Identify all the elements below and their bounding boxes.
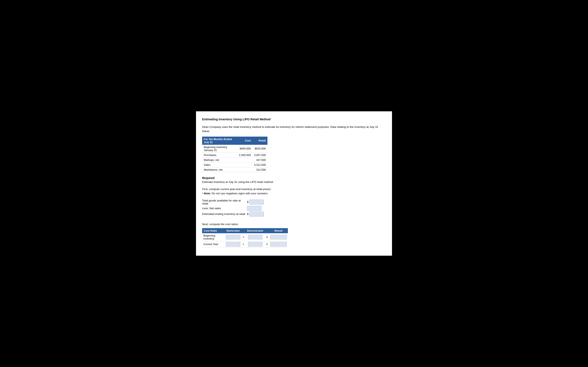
row-label: Beginning inventory, January 31: [202, 145, 237, 153]
page-container: Estimating Inventory Using LIFO Retail M…: [196, 111, 392, 256]
beginning-numerator-input[interactable]: [226, 235, 240, 239]
row-label: Markdowns, net: [202, 167, 237, 172]
row-retail: 4,312,500: [252, 162, 268, 167]
numerator-col-header: Numerator: [225, 228, 242, 233]
note-text: Do not use negatives signs with your ans…: [212, 192, 268, 195]
op2-col-header: [265, 228, 269, 233]
description: Dean Company uses the retail inventory m…: [202, 125, 386, 133]
operator-div-2: ÷: [242, 241, 245, 247]
table-row: Markdowns, net 312,500: [202, 167, 268, 172]
cost-ratio-table: Cost Ratio Numerator Denominator Result …: [202, 228, 288, 248]
next-compute-intro: Next, compute the cost ratios:: [202, 223, 386, 226]
dollar-prefix: $: [247, 200, 249, 203]
table-row: Markups, net 437,500: [202, 157, 268, 162]
table-row: Beginning inventory, January 31 $450,000…: [202, 145, 268, 153]
retail-row-net-sales: Less: Net sales: [202, 206, 386, 211]
cost-ratio-row-label: Beginning Inventory: [202, 233, 225, 241]
note-line: • Note: Do not use negatives signs with …: [202, 192, 386, 195]
currentyear-numerator-input[interactable]: [226, 242, 240, 247]
denominator-cell: [245, 241, 265, 247]
operator-div-1: ÷: [242, 233, 245, 241]
retail-row-ending-inv: Estimated ending inventory at retail $: [202, 212, 386, 217]
retail-row-total-goods: Total goods available for sale at retail…: [202, 199, 386, 205]
total-goods-input[interactable]: [250, 200, 264, 205]
table-row: Sales 4,312,500: [202, 162, 268, 167]
net-sales-input[interactable]: [247, 206, 261, 211]
page-title: Estimating Inventory Using LIFO Retail M…: [202, 117, 386, 121]
operator-eq-2: =: [265, 241, 269, 247]
row-retail: 3,937,500: [252, 152, 268, 157]
result-cell: [269, 241, 288, 247]
beginning-denominator-input[interactable]: [248, 235, 262, 239]
retail-row-label: Total goods available for sale at retail: [202, 199, 247, 205]
row-cost: [237, 167, 252, 172]
beginning-result-input[interactable]: [270, 235, 287, 239]
col-header-retail: Retail: [252, 137, 268, 145]
row-retail: 437,500: [252, 157, 268, 162]
row-cost: [237, 162, 252, 167]
row-cost: [237, 157, 252, 162]
required-text: Estimate inventory at July 31 using the …: [202, 180, 386, 184]
retail-input-cell: [247, 206, 261, 211]
retail-table: Total goods available for sale at retail…: [202, 199, 386, 217]
numerator-cell: [225, 233, 242, 241]
op1-col-header: [242, 228, 245, 233]
currentyear-result-input[interactable]: [270, 242, 287, 247]
dollar-prefix: $: [247, 212, 249, 216]
col-header-cost: Cost: [237, 137, 252, 145]
cost-ratio-row-beginning: Beginning Inventory ÷ =: [202, 233, 288, 241]
ending-inv-input[interactable]: [250, 212, 264, 217]
cost-ratio-row-current-year: Current Year ÷ =: [202, 241, 288, 247]
result-cell: [269, 233, 288, 241]
table-row: Purchases 2,550,000 3,937,500: [202, 152, 268, 157]
required-label: Required: [202, 176, 386, 180]
retail-row-label: Estimated ending inventory at retail: [202, 212, 247, 216]
row-label: Markups, net: [202, 157, 237, 162]
first-compute-intro: First, compute current year-end inventor…: [202, 188, 386, 191]
retail-input-cell: $: [247, 212, 264, 217]
retail-row-label: Less: Net sales: [202, 207, 247, 210]
row-cost: 2,550,000: [237, 152, 252, 157]
retail-input-cell: $: [247, 200, 264, 205]
numerator-cell: [225, 241, 242, 247]
note-label: Note:: [204, 192, 211, 195]
denominator-col-header: Denominator: [245, 228, 265, 233]
col-header-period: For Six-Months Ended July 31: [202, 137, 237, 145]
data-table: For Six-Months Ended July 31 Cost Retail…: [202, 137, 268, 172]
row-retail: 312,500: [252, 167, 268, 172]
row-label: Purchases: [202, 152, 237, 157]
operator-eq-1: =: [265, 233, 269, 241]
currentyear-denominator-input[interactable]: [248, 242, 262, 247]
row-retail: $625,000: [252, 145, 268, 153]
denominator-cell: [245, 233, 265, 241]
cost-ratio-row-label: Current Year: [202, 241, 225, 247]
cost-ratio-col-header: Cost Ratio: [202, 228, 225, 233]
row-label: Sales: [202, 162, 237, 167]
result-col-header: Result: [269, 228, 288, 233]
row-cost: $450,000: [237, 145, 252, 153]
